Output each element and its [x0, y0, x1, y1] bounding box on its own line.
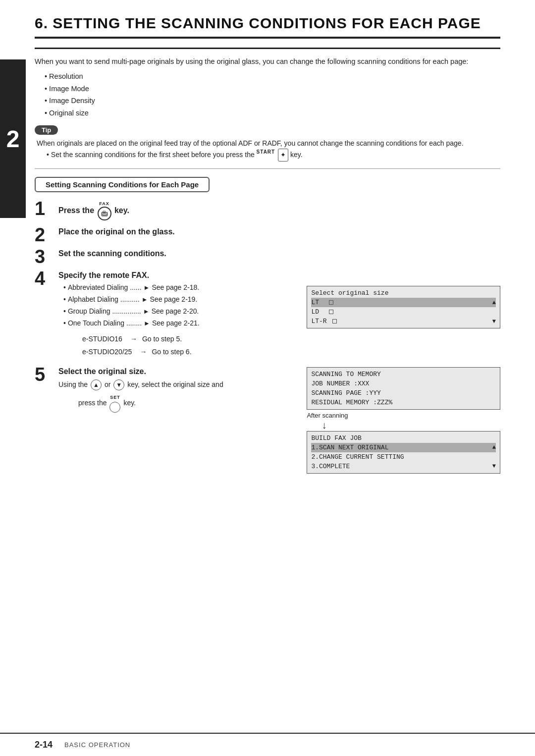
tip-text: When originals are placed on the origina… [37, 138, 500, 162]
step-3: 3 Set the scanning conditions. [35, 249, 500, 266]
step-1-title: Press the FAX key. [58, 201, 500, 220]
estudio-line-0: e-STUDIO16 → Go to step 5. [82, 333, 295, 345]
step-4-bullet-2: • Group Dialing ............... ► See pa… [63, 306, 295, 318]
lcd-scanning-title: SCANNING TO MEMORY [311, 370, 496, 379]
step-4-bullet-3: • One Touch Dialing ........ ► See page … [63, 318, 295, 329]
chapter-tab: 2 [0, 59, 26, 218]
set-key-icon: SET [109, 394, 120, 413]
step-5-lcd-bottom: BUILD FAX JOB 1.SCAN NEXT ORIGINAL ▲ 2.C… [307, 431, 500, 474]
steps-area: 1 Press the FAX key. [35, 201, 500, 474]
page-header: 6. SETTING THE SCANNING CONDITIONS FOR E… [0, 0, 535, 39]
step-4-left: Specify the remote FAX. • Abbreviated Di… [58, 271, 295, 362]
step-5: 5 Select the original size. Using the ▲ … [35, 367, 500, 474]
footer-page-num: 2-14 [35, 740, 53, 750]
bullet-original-size: Original size [45, 107, 500, 119]
step-5-lcd-top: SCANNING TO MEMORY JOB NUMBER :XXX SCANN… [307, 367, 500, 410]
step-2-number: 2 [35, 225, 54, 244]
lcd-change-current: 2.CHANGE CURRENT SETTING [311, 452, 496, 462]
step-5-number: 5 [35, 365, 54, 384]
step-4-right: Select original size LT ▲ LD LT-R ▼ [307, 286, 500, 362]
lcd-row-lt: LT ▲ [311, 298, 496, 307]
intro-bullet-list: Resolution Image Mode Image Density Orig… [45, 70, 500, 119]
lcd-row-ltr: LT-R ▼ [311, 317, 496, 326]
bullet-resolution: Resolution [45, 70, 500, 83]
fax-key-icon: FAX [98, 201, 111, 220]
step-2: 2 Place the original on the glass. [35, 227, 500, 244]
start-label: START [257, 149, 275, 155]
lcd-title-row: Select original size [311, 288, 496, 298]
step-1-content: Press the FAX key. [58, 201, 500, 222]
section-box: Setting Scanning Conditions for Each Pag… [35, 174, 500, 201]
tip-label: Tip [35, 125, 58, 135]
section-box-label: Setting Scanning Conditions for Each Pag… [35, 177, 210, 192]
bullet-image-mode: Image Mode [45, 83, 500, 95]
step-5-left: Select the original size. Using the ▲ or… [58, 367, 295, 474]
step-1-number: 1 [35, 199, 54, 218]
page-footer: 2-14 BASIC OPERATION [0, 733, 535, 756]
lcd-row-ld: LD [311, 307, 496, 317]
svg-rect-2 [103, 214, 107, 215]
tip-box: Tip When originals are placed on the ori… [35, 125, 500, 162]
step-1: 1 Press the FAX key. [35, 201, 500, 222]
lcd-scan-next: 1.SCAN NEXT ORIGINAL ▲ [311, 443, 496, 452]
step-4: 4 Specify the remote FAX. • Abbreviated … [35, 271, 500, 362]
lcd-job-number: JOB NUMBER :XXX [311, 379, 496, 388]
step-3-content: Set the scanning conditions. [58, 249, 500, 260]
lcd-build-fax: BUILD FAX JOB [311, 433, 496, 443]
fax-svg-icon [101, 210, 108, 217]
footer-label: BASIC OPERATION [64, 741, 130, 749]
page-title: 6. SETTING THE SCANNING CONDITIONS FOR E… [35, 15, 500, 39]
step-4-title: Specify the remote FAX. [58, 271, 295, 280]
down-arrow-key-icon: ▼ [113, 379, 124, 390]
estudio-lines: e-STUDIO16 → Go to step 5. e-STUDIO20/25… [82, 333, 295, 358]
step-2-content: Place the original on the glass. [58, 227, 500, 238]
step-4-bullet-0: • Abbreviated Dialing ...... ► See page … [63, 282, 295, 294]
down-arrow-long: ↓ [321, 420, 500, 430]
step-4-content: Specify the remote FAX. • Abbreviated Di… [58, 271, 500, 362]
lcd-residual-memory: RESIDUAL MEMORY :ZZZ% [311, 398, 496, 407]
up-arrow-key-icon: ▲ [91, 379, 102, 390]
step-5-body: Using the ▲ or ▼ key, select the origina… [58, 379, 295, 391]
step-4-bullets: • Abbreviated Dialing ...... ► See page … [63, 282, 295, 329]
step-5-content: Select the original size. Using the ▲ or… [58, 367, 500, 474]
bullet-image-density: Image Density [45, 95, 500, 107]
step-5-right: SCANNING TO MEMORY JOB NUMBER :XXX SCANN… [307, 367, 500, 474]
step-3-number: 3 [35, 247, 54, 266]
step-4-bullet-1: • Alphabet Dialing .......... ► See page… [63, 294, 295, 306]
estudio-line-1: e-STUDIO20/25 → Go to step 6. [82, 346, 295, 358]
after-scanning-label: After scanning [307, 412, 500, 419]
step-4-lcd: Select original size LT ▲ LD LT-R ▼ [307, 286, 500, 328]
start-key-icon: ✦ [278, 149, 288, 162]
main-content: When you want to send multi-page origina… [0, 39, 535, 474]
lcd-complete: 3.COMPLETE ▼ [311, 462, 496, 471]
step-5-title: Select the original size. [58, 367, 295, 376]
chapter-number: 2 [6, 125, 20, 153]
tip-bullet-item: Set the scanning conditions for the firs… [47, 149, 500, 162]
step-2-title: Place the original on the glass. [58, 227, 500, 236]
lcd-scanning-page: SCANNING PAGE :YYY [311, 388, 496, 398]
intro-paragraph: When you want to send multi-page origina… [35, 56, 500, 67]
step-4-number: 4 [35, 269, 54, 288]
step-3-title: Set the scanning conditions. [58, 249, 500, 258]
step-5-press: press the SET key. [78, 394, 295, 413]
